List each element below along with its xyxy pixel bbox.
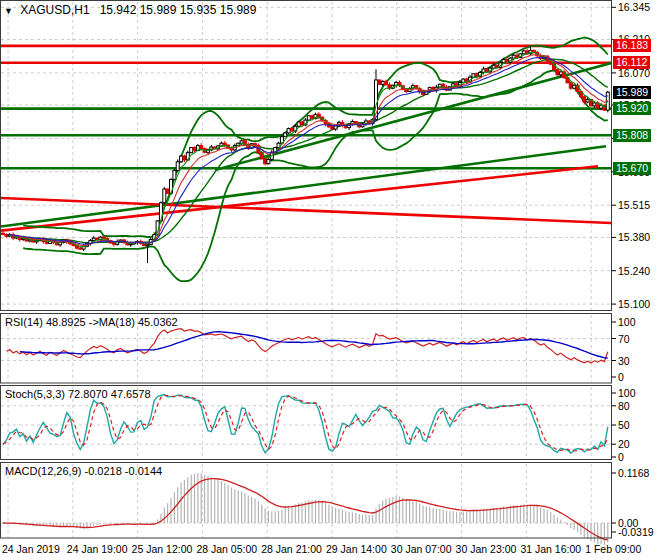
chart-dropdown-icon[interactable]: ▼ <box>4 6 13 16</box>
macd-panel[interactable] <box>2 473 608 545</box>
grid-lines <box>1 2 611 537</box>
stoch-label: Stoch(5,3,3) 72.8070 47.6578 <box>5 388 151 400</box>
rsi-label: RSI(14) 48.8925 ->MA(18) 45.0362 <box>5 316 178 328</box>
axis-tick-marks <box>612 7 617 532</box>
macd-label: MACD(12,26,9) -0.0218 -0.0144 <box>5 465 162 477</box>
mt4-chart-window: ▼ XAGUSD,H1 15.942 15.989 15.935 15.989 … <box>0 0 660 560</box>
ohlc-quote-label: 15.942 15.989 15.935 15.989 <box>100 3 257 17</box>
main-price-panel[interactable] <box>0 38 612 282</box>
panel-borders <box>1 1 612 539</box>
chart-title: ▼ XAGUSD,H1 15.942 15.989 15.935 15.989 <box>4 3 256 17</box>
rsi-panel[interactable] <box>6 329 607 363</box>
symbol-period-label: XAGUSD,H1 <box>20 3 89 17</box>
